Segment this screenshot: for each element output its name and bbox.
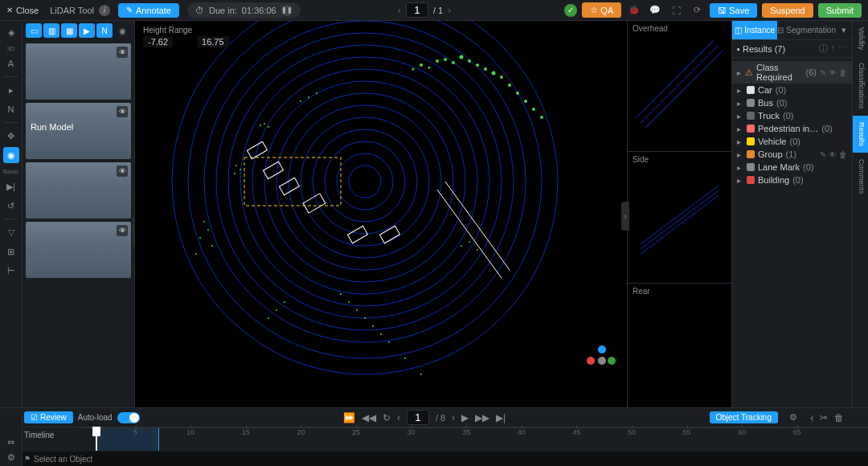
tool-globe-icon[interactable]: ◉ (3, 147, 19, 163)
axis-y-icon[interactable] (608, 357, 616, 365)
refresh-icon[interactable]: ⟳ (689, 2, 705, 18)
loop-icon[interactable]: ↻ (383, 412, 391, 423)
sidetab-comments[interactable]: Comments (853, 153, 868, 201)
eye-icon[interactable]: 👁 (117, 166, 128, 177)
page-next-icon[interactable]: › (448, 5, 451, 16)
results-info-icon[interactable]: ⓘ (819, 43, 828, 55)
page-prev-icon[interactable]: ‹ (398, 5, 401, 16)
fastfwd-icon[interactable]: ▶▶ (475, 412, 489, 423)
overhead-view[interactable]: Overhead (628, 21, 731, 152)
timeline-settings-icon[interactable]: ⚙ (7, 452, 15, 463)
result-item[interactable]: ▸Truck (0) (732, 109, 852, 122)
tool-move-icon[interactable]: ✥ (3, 128, 19, 144)
trash-icon[interactable]: 🗑 (839, 68, 847, 77)
tool-text-icon[interactable]: A (3, 55, 19, 72)
expand-icon[interactable]: ▸ (737, 125, 743, 133)
result-item[interactable]: ▸Bus (0) (732, 96, 852, 109)
sidetab-results[interactable]: Results (853, 116, 868, 153)
expand-icon[interactable]: ▸ (737, 99, 743, 108)
tool-undo-icon[interactable]: ↺ (3, 198, 19, 214)
page-input[interactable] (406, 2, 428, 18)
split-icon[interactable]: ⫞ (809, 412, 813, 423)
tool-ruler-icon[interactable]: ⊢ (3, 263, 19, 279)
expand-icon[interactable]: ▸ (737, 68, 742, 77)
result-item[interactable]: ▸Car (0) (732, 84, 852, 96)
results-up-icon[interactable]: ↑ (831, 43, 836, 55)
edit-icon[interactable]: ✎ (820, 150, 826, 159)
fullscreen-icon[interactable]: ⛶ (668, 2, 684, 18)
frame-input[interactable] (407, 410, 429, 425)
height-max[interactable]: 16.75 (197, 36, 229, 47)
result-item[interactable]: ▸⚠Class Required (6)✎👁🗑 (732, 61, 852, 84)
expand-icon[interactable]: ▸ (737, 112, 743, 121)
rewind-icon[interactable]: ◀◀ (362, 412, 376, 423)
sidetab-validity[interactable]: Validity (853, 21, 868, 56)
eye-icon[interactable]: 👁 (829, 68, 837, 77)
submit-button[interactable]: Submit (818, 3, 862, 18)
expand-icon[interactable]: ▸ (737, 163, 743, 172)
lidar-viewport[interactable]: Height Range -7.62 16.75 (135, 21, 627, 415)
lidar-canvas[interactable] (135, 21, 627, 415)
result-item[interactable]: ▸Group (1)✎👁🗑 (732, 148, 852, 161)
info-button[interactable]: i (99, 5, 110, 16)
qa-button[interactable]: ☆ QA (582, 2, 621, 18)
sidetab-classifications[interactable]: Classifications (853, 56, 868, 116)
tab-instance[interactable]: ◫ Instance (732, 21, 777, 39)
tool-step-icon[interactable]: ▶| (3, 178, 19, 194)
bug-icon[interactable]: 🐞 (626, 2, 642, 18)
tracking-settings-icon[interactable]: ⚙ (789, 412, 797, 423)
camera-thumb-3[interactable]: 👁 (26, 162, 131, 219)
result-item[interactable]: ▸Lane Mark (0) (732, 161, 852, 174)
review-button[interactable]: ☑ Review (24, 411, 73, 423)
filter-icon[interactable]: ▾ (836, 21, 852, 39)
step-icon[interactable]: ▶| (496, 412, 506, 423)
result-item[interactable]: ▸Building (0) (732, 174, 852, 186)
tab-segmentation[interactable]: ⊟ Segmentation (777, 21, 836, 39)
prev-frame-icon[interactable]: ‹ (397, 412, 400, 423)
tool-grid-icon[interactable]: ⊞ (3, 243, 19, 260)
trash-icon[interactable]: 🗑 (839, 150, 847, 159)
eye-icon[interactable]: 👁 (117, 225, 128, 236)
side-view[interactable]: Side (628, 152, 731, 283)
playhead[interactable] (92, 427, 100, 436)
speed-icon[interactable]: ⏩ (343, 412, 355, 423)
comment-icon[interactable]: 💬 (647, 2, 663, 18)
axis-center-icon[interactable] (598, 357, 606, 365)
trash-icon[interactable]: 🗑 (834, 412, 844, 423)
axis-widget[interactable] (587, 345, 616, 374)
cam-tool-grid-icon[interactable]: ▦ (61, 23, 77, 38)
result-item[interactable]: ▸Pedestrian in… (0) (732, 122, 852, 135)
cam-tool-split-icon[interactable]: ▥ (43, 23, 59, 38)
suspend-button[interactable]: Suspend (762, 3, 813, 18)
result-item[interactable]: ▸Vehicle (0) (732, 135, 852, 148)
axis-x-icon[interactable] (587, 357, 595, 365)
expand-icon[interactable]: ▸ (737, 137, 743, 146)
camera-thumb-2[interactable]: 👁 (26, 103, 131, 159)
save-button[interactable]: 🖫 Save (710, 3, 757, 18)
camera-thumb-4[interactable]: 👁 (26, 222, 131, 278)
next-frame-icon[interactable]: › (452, 412, 455, 423)
play-icon[interactable]: ▶ (461, 412, 469, 423)
eye-icon[interactable]: 👁 (117, 106, 128, 117)
rear-view[interactable]: Rear (628, 284, 731, 415)
pause-timer-button[interactable]: ❚❚ (281, 5, 293, 16)
edit-icon[interactable]: ✎ (820, 68, 826, 77)
annotate-button[interactable]: Annotate (118, 3, 179, 18)
cam-tool-record-icon[interactable]: ◉ (114, 23, 130, 38)
timeline-track[interactable]: 5101520253035404550556065 (80, 427, 868, 452)
close-button[interactable]: Close (6, 6, 39, 15)
object-tracking-button[interactable]: Object Tracking (710, 411, 778, 423)
cam-tool-play-icon[interactable]: ▶ (79, 23, 95, 38)
tool-flag-icon[interactable]: ▸ (3, 82, 19, 98)
eye-icon[interactable]: 👁 (117, 47, 128, 58)
expand-icon[interactable]: ▸ (737, 86, 743, 95)
timeline-zoom-icon[interactable]: ⇔ (7, 437, 14, 448)
camera-thumb-1[interactable]: 👁 (26, 43, 131, 100)
tool-cube-icon[interactable]: ◈ (3, 24, 19, 40)
height-min[interactable]: -7.62 (143, 36, 173, 47)
eye-icon[interactable]: 👁 (829, 150, 837, 159)
scissor-icon[interactable]: ✂ (820, 412, 828, 423)
results-more-icon[interactable]: ⋯ (838, 43, 847, 55)
axis-z-icon[interactable] (598, 345, 606, 354)
cam-tool-nav-icon[interactable]: N (96, 23, 113, 38)
